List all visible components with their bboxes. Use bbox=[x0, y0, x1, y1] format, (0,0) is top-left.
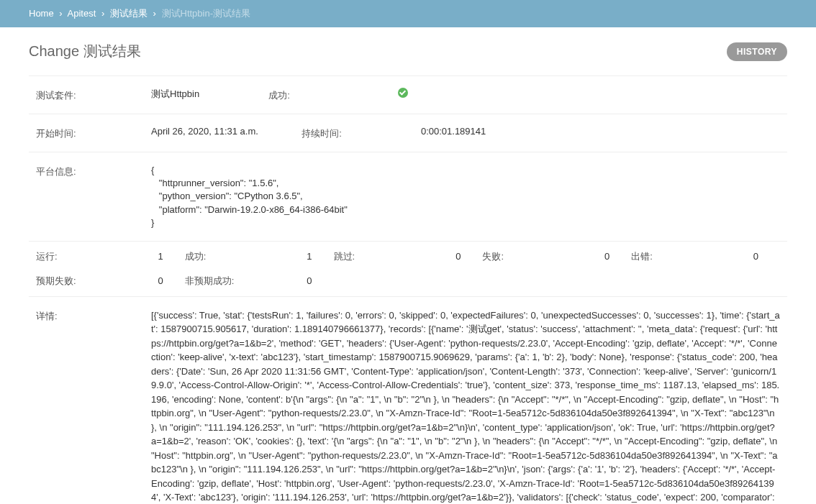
breadcrumb-results[interactable]: 测试结果 bbox=[110, 8, 148, 19]
value-ok: 1 bbox=[206, 251, 333, 262]
label-start-time: 开始时间: bbox=[36, 126, 151, 140]
value-success bbox=[398, 88, 780, 100]
breadcrumb-sep: › bbox=[59, 8, 62, 19]
row-details: 详情: [{'success': True, 'stat': {'testsRu… bbox=[29, 297, 787, 504]
breadcrumb-current: 测试Httpbin-测试结果 bbox=[162, 8, 251, 19]
label-expfail: 预期失败: bbox=[36, 275, 76, 288]
value-unexp-ok: 0 bbox=[234, 275, 333, 286]
label-failed: 失败: bbox=[482, 250, 504, 263]
value-duration: 0:00:01.189141 bbox=[421, 126, 780, 137]
breadcrumb-home[interactable]: Home bbox=[29, 8, 54, 19]
row-stats-2: 预期失败: 0 非预期成功: 0 bbox=[29, 272, 787, 297]
breadcrumb-apitest[interactable]: Apitest bbox=[68, 8, 96, 19]
row-time: 开始时间: April 26, 2020, 11:31 a.m. 持续时间: 0… bbox=[29, 114, 787, 152]
success-check-icon bbox=[398, 88, 408, 98]
value-error: 0 bbox=[653, 251, 780, 262]
row-platform: 平台信息: { "httprunner_version": "1.5.6", "… bbox=[29, 152, 787, 242]
page-title: Change 测试结果 bbox=[29, 42, 141, 61]
label-unexp-ok: 非预期成功: bbox=[185, 275, 235, 288]
value-run: 1 bbox=[58, 251, 185, 262]
label-error: 出错: bbox=[631, 250, 653, 263]
row-stats-1: 运行: 1 成功: 1 跳过: 0 失败: 0 出错: 0 bbox=[29, 242, 787, 272]
value-expfail: 0 bbox=[76, 275, 185, 286]
value-start-time: April 26, 2020, 11:31 a.m. bbox=[151, 126, 302, 137]
breadcrumb-sep: › bbox=[153, 8, 156, 19]
label-details: 详情: bbox=[36, 308, 151, 323]
label-skipped: 跳过: bbox=[334, 250, 355, 263]
label-ok: 成功: bbox=[185, 250, 207, 263]
form-section: 测试套件: 测试Httpbin 成功: 开始时间: April 26, 2020… bbox=[29, 75, 787, 504]
label-platform: 平台信息: bbox=[36, 164, 151, 178]
value-suite: 测试Httpbin bbox=[151, 88, 216, 101]
label-success: 成功: bbox=[268, 88, 290, 102]
label-duration: 持续时间: bbox=[302, 126, 342, 140]
value-details: [{'success': True, 'stat': {'testsRun': … bbox=[151, 308, 780, 504]
main-content: Change 测试结果 HISTORY 测试套件: 测试Httpbin 成功: … bbox=[0, 27, 816, 504]
label-suite: 测试套件: bbox=[36, 88, 151, 102]
row-suite: 测试套件: 测试Httpbin 成功: bbox=[29, 76, 787, 114]
label-run: 运行: bbox=[36, 250, 58, 263]
breadcrumb-sep: › bbox=[101, 8, 104, 19]
value-skipped: 0 bbox=[355, 251, 482, 262]
history-button[interactable]: HISTORY bbox=[727, 42, 787, 61]
value-platform: { "httprunner_version": "1.5.6", "python… bbox=[151, 164, 780, 229]
value-failed: 0 bbox=[504, 251, 631, 262]
breadcrumb: Home › Apitest › 测试结果 › 测试Httpbin-测试结果 bbox=[0, 0, 816, 27]
